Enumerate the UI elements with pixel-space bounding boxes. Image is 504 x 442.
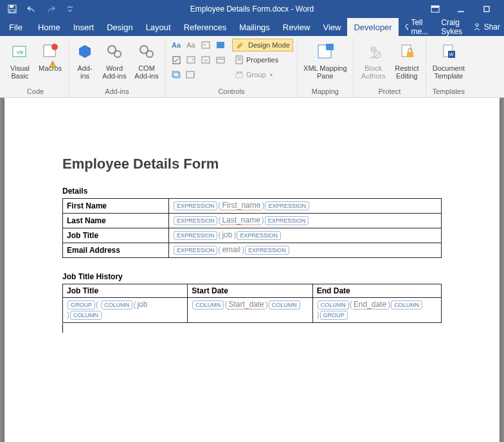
- date-control-button[interactable]: [214, 53, 227, 66]
- ribbon-group-templates: W DocumentTemplate Templates: [426, 37, 471, 97]
- plain-text-control-button[interactable]: Aa: [184, 39, 197, 51]
- restrict-label: RestrictEditing: [395, 64, 419, 80]
- word-addins-button[interactable]: WordAdd-ins: [100, 39, 129, 80]
- field-text[interactable]: job: [221, 230, 233, 239]
- redo-icon[interactable]: [44, 2, 58, 16]
- tab-review[interactable]: Review: [276, 18, 317, 36]
- design-mode-button[interactable]: Design Mode: [232, 39, 293, 51]
- field-text[interactable]: First_name: [221, 201, 261, 210]
- tab-design[interactable]: Design: [100, 18, 139, 36]
- building-block-control-button[interactable]: [214, 39, 227, 51]
- tab-developer[interactable]: Developer: [347, 18, 398, 36]
- tab-view[interactable]: View: [316, 18, 347, 36]
- svg-rect-2: [10, 10, 15, 12]
- svg-point-7: [406, 24, 409, 28]
- com-addins-button[interactable]: COMAdd-ins: [132, 39, 161, 80]
- addins-icon: [76, 43, 93, 60]
- field-text[interactable]: Last_name: [221, 216, 260, 225]
- rich-text-control-button[interactable]: Aa: [170, 39, 183, 51]
- picture-control-button[interactable]: [199, 39, 212, 51]
- row-value[interactable]: EXPRESSION(First_name)EXPRESSION: [168, 199, 441, 214]
- legacy-tools-button[interactable]: [184, 68, 197, 81]
- row-label: Job Title: [63, 228, 169, 243]
- macros-button[interactable]: ! Macros: [36, 39, 64, 72]
- tab-home[interactable]: Home: [32, 18, 67, 36]
- visual-basic-button[interactable]: VB VisualBasic: [6, 39, 33, 80]
- column-tag-open: COLUMN: [192, 300, 224, 309]
- group-tag-open: GROUP: [68, 300, 95, 309]
- svg-point-9: [475, 24, 478, 26]
- row-value[interactable]: EXPRESSION(Last_name)EXPRESSION: [168, 214, 441, 228]
- svg-rect-37: [326, 44, 334, 50]
- page: Employee Details Form Details First Name…: [4, 98, 500, 442]
- svg-rect-34: [237, 71, 239, 73]
- properties-button[interactable]: Properties: [232, 53, 293, 66]
- table-row: Email Address EXPRESSION(email)EXPRESSIO…: [63, 243, 442, 258]
- gears2-icon: [138, 43, 156, 60]
- checkbox-control-button[interactable]: [170, 53, 183, 66]
- row-value[interactable]: EXPRESSION(email)EXPRESSION: [168, 243, 441, 258]
- addins-label: Add-ins: [77, 64, 92, 80]
- properties-icon: [235, 55, 244, 64]
- block-authors-button[interactable]: BlockAuthors: [357, 39, 390, 80]
- field-text[interactable]: Start_date: [228, 300, 264, 309]
- hist-cell[interactable]: GROUP( COLUMN(job )COLUMN: [63, 298, 188, 323]
- restrict-editing-button[interactable]: RestrictEditing: [392, 39, 422, 80]
- field-text[interactable]: email: [221, 245, 241, 254]
- tab-mailings[interactable]: Mailings: [233, 18, 276, 36]
- hist-cell[interactable]: COLUMN(End_date)COLUMN )GROUP: [312, 298, 441, 323]
- field-text[interactable]: job: [136, 300, 148, 309]
- user-name[interactable]: Craig Sykes: [436, 18, 468, 36]
- row-label: First Name: [63, 199, 169, 214]
- vb-label: VisualBasic: [10, 64, 30, 80]
- tab-references[interactable]: References: [177, 18, 233, 36]
- design-mode-icon: [235, 41, 246, 50]
- ribbon-group-protect: BlockAuthors RestrictEditing Protect: [354, 37, 426, 97]
- group-button[interactable]: Group ▾: [232, 68, 293, 81]
- document-template-button[interactable]: W DocumentTemplate: [430, 39, 467, 80]
- maximize-icon[interactable]: [481, 3, 492, 15]
- svg-text:VB: VB: [17, 50, 24, 55]
- xml-mapping-button[interactable]: XML MappingPane: [302, 39, 349, 80]
- dropdown-control-button[interactable]: [199, 53, 212, 66]
- field-text[interactable]: End_date: [353, 300, 387, 309]
- document-area[interactable]: Employee Details Form Details First Name…: [0, 98, 504, 442]
- vb-icon: VB: [11, 42, 29, 60]
- template-label: DocumentTemplate: [433, 64, 465, 80]
- addins-button[interactable]: Add-ins: [73, 39, 97, 80]
- ribbon-group-addins: Add-ins WordAdd-ins COMAdd-ins Add-ins: [69, 37, 166, 97]
- column-tag-open: COLUMN: [318, 300, 349, 309]
- ribbon-display-icon[interactable]: [429, 3, 441, 15]
- hist-cell[interactable]: COLUMN(Start_date)COLUMN: [188, 298, 312, 323]
- xml-icon: [316, 42, 335, 60]
- row-value[interactable]: EXPRESSION(job)EXPRESSION: [168, 228, 441, 243]
- share-button[interactable]: Shar: [469, 18, 504, 36]
- repeating-control-button[interactable]: [170, 68, 183, 81]
- group-label-templates: Templates: [433, 86, 465, 97]
- tab-layout[interactable]: Layout: [140, 18, 177, 36]
- svg-rect-1: [10, 5, 14, 8]
- minimize-icon[interactable]: [455, 3, 467, 15]
- tab-file[interactable]: File: [0, 18, 32, 36]
- group-label-mapping: Mapping: [312, 86, 339, 97]
- combobox-control-button[interactable]: [184, 53, 197, 66]
- table-row: First Name EXPRESSION(First_name)EXPRESS…: [63, 199, 442, 214]
- doc-title: Employee Details Form: [62, 156, 442, 172]
- tab-insert[interactable]: Insert: [67, 18, 101, 36]
- block-label: BlockAuthors: [361, 64, 386, 80]
- table-row: GROUP( COLUMN(job )COLUMN COLUMN(Start_d…: [63, 298, 442, 323]
- qat-customize-icon[interactable]: [63, 2, 77, 16]
- ribbon-group-controls: Aa Aa Design: [166, 37, 298, 97]
- group-label-code: Code: [27, 86, 44, 97]
- svg-rect-29: [186, 71, 194, 78]
- svg-text:W: W: [449, 52, 454, 57]
- group-label-btn: Group: [246, 71, 266, 78]
- table-row: Job Title EXPRESSION(job)EXPRESSION: [63, 228, 442, 243]
- ribbon-group-code: VB VisualBasic ! Macros Code: [3, 37, 69, 97]
- save-icon[interactable]: [5, 2, 19, 16]
- row-label: Email Address: [63, 243, 169, 258]
- tell-me-search[interactable]: Tell me...: [399, 18, 437, 36]
- table-row: Last Name EXPRESSION(Last_name)EXPRESSIO…: [63, 214, 442, 228]
- undo-icon[interactable]: [24, 2, 39, 16]
- group-label-addins: Add-ins: [105, 86, 129, 97]
